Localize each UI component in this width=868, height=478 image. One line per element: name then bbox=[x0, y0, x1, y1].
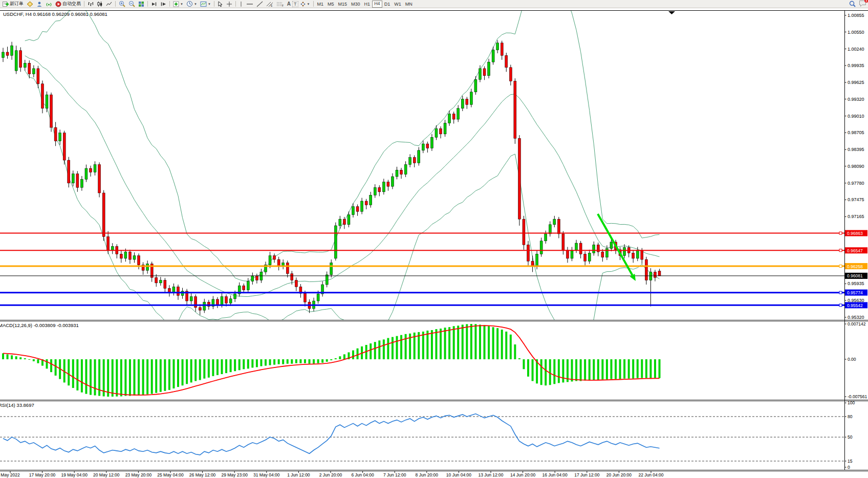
time-tick-label: 14 Jun 20:00 bbox=[510, 472, 535, 477]
time-tick-label: 10 Jun 04:00 bbox=[446, 472, 471, 477]
vertical-line-button[interactable] bbox=[237, 1, 245, 7]
tf-m5[interactable]: M5 bbox=[326, 1, 336, 7]
macd-indicator-label: MACD(12,26,9) -0.003809 -0.003931 bbox=[0, 322, 79, 328]
time-axis[interactable]: May 202217 May 20:0019 May 04:0020 May 1… bbox=[1, 471, 664, 478]
channel-button[interactable]: E bbox=[265, 1, 275, 7]
tf-d1[interactable]: D1 bbox=[382, 1, 393, 7]
chart-shift-marker[interactable] bbox=[668, 11, 675, 14]
price-tick-label: 0.99625 bbox=[848, 80, 864, 85]
fibonacci-button[interactable]: F bbox=[275, 1, 286, 7]
trendline-button[interactable] bbox=[255, 1, 265, 7]
autotrading-button[interactable]: 自动交易 bbox=[54, 1, 82, 7]
horizontal-line-icon bbox=[246, 1, 253, 7]
hline-handle[interactable] bbox=[839, 249, 842, 252]
toolbar-separator bbox=[115, 1, 116, 7]
price-tick-label: 0.98090 bbox=[848, 164, 864, 169]
rsi-pane[interactable] bbox=[0, 414, 844, 461]
price-pane[interactable] bbox=[0, 0, 844, 354]
text-label-button[interactable]: T bbox=[292, 1, 298, 7]
zoom-in-button[interactable] bbox=[117, 1, 127, 7]
candlestick-chart-button[interactable] bbox=[95, 1, 104, 7]
time-tick-label: 29 May 23:00 bbox=[221, 472, 248, 477]
svg-text:F: F bbox=[282, 4, 284, 7]
time-tick-label: 2 Jun 20:00 bbox=[319, 472, 342, 477]
cursor-button[interactable] bbox=[216, 1, 225, 7]
tf-w1[interactable]: W1 bbox=[392, 1, 403, 7]
text-button[interactable]: A bbox=[286, 1, 292, 7]
tf-m15[interactable]: M15 bbox=[336, 1, 350, 7]
horizontal-line-button[interactable] bbox=[245, 1, 255, 7]
chevron-down-icon: ▼ bbox=[180, 3, 183, 6]
vertical-line-icon bbox=[239, 1, 243, 7]
tf-mn[interactable]: MN bbox=[403, 1, 415, 7]
time-tick-label: 17 May 20:00 bbox=[29, 472, 56, 477]
tf-m30[interactable]: M30 bbox=[349, 1, 362, 7]
horizontal-lines[interactable] bbox=[0, 232, 844, 307]
time-tick-label: 17 Jun 12:00 bbox=[574, 472, 599, 477]
chat-button[interactable]: 1 bbox=[859, 0, 866, 9]
line-chart-button[interactable] bbox=[104, 1, 114, 7]
hline-handle[interactable] bbox=[839, 304, 842, 307]
chart-shift-button[interactable] bbox=[159, 1, 168, 7]
price-axis[interactable]: 0.968630.965470.962580.960810.957740.955… bbox=[845, 13, 868, 470]
time-tick-label: 20 Jun 20:00 bbox=[606, 472, 632, 477]
new-order-button[interactable]: 新订单 bbox=[1, 1, 25, 7]
rsi-axis-label: 50 bbox=[848, 434, 853, 440]
rsi-axis-label: 0 bbox=[848, 465, 850, 470]
chevron-down-icon: ▼ bbox=[307, 3, 310, 6]
metaeditor-button[interactable] bbox=[25, 1, 35, 7]
toolbar-separator bbox=[313, 1, 314, 7]
equidistant-channel-icon: E bbox=[266, 1, 273, 7]
toolbar-separator bbox=[169, 1, 170, 7]
metatrader-window: 新订单 自动交易 bbox=[0, 0, 868, 478]
zoom-out-button[interactable] bbox=[127, 1, 137, 7]
notification-badge: 1 bbox=[864, 0, 868, 3]
macd-pane[interactable] bbox=[2, 324, 661, 397]
metaeditor-icon bbox=[27, 1, 33, 7]
zoom-in-icon bbox=[119, 1, 125, 7]
pane-borders bbox=[0, 10, 868, 471]
time-tick-label: May 2022 bbox=[1, 472, 20, 477]
price-tag-label: 0.96258 bbox=[847, 264, 863, 269]
price-tick-label: 0.98705 bbox=[848, 130, 864, 135]
price-tick-label: 0.95630 bbox=[848, 298, 864, 303]
signals-button[interactable] bbox=[44, 1, 54, 7]
hline-handle[interactable] bbox=[839, 265, 842, 268]
chart-canvas[interactable]: 0.968630.965470.962580.960810.957740.955… bbox=[0, 0, 868, 478]
hline-handle[interactable] bbox=[839, 291, 842, 294]
chart-shift-icon bbox=[160, 1, 166, 7]
arrows-icon bbox=[300, 1, 306, 7]
toolbar-separator bbox=[147, 1, 148, 7]
community-icon bbox=[36, 1, 42, 7]
tf-h4[interactable]: H4 bbox=[372, 1, 382, 8]
time-tick-label: 6 Jun 04:00 bbox=[351, 472, 374, 477]
tf-h1[interactable]: H1 bbox=[362, 1, 373, 7]
tile-windows-button[interactable] bbox=[137, 1, 146, 7]
svg-text:E: E bbox=[271, 4, 273, 7]
hline-handle[interactable] bbox=[839, 232, 842, 234]
periods-button[interactable]: ▼ bbox=[185, 1, 199, 7]
bar-chart-button[interactable] bbox=[86, 1, 95, 7]
rsi-axis-label: 15 bbox=[848, 459, 853, 464]
price-tick-label: 0.95935 bbox=[848, 281, 864, 286]
community-button[interactable] bbox=[35, 1, 44, 7]
time-tick-label: 13 Jun 12:00 bbox=[478, 472, 503, 477]
price-tag-label: 0.96863 bbox=[847, 231, 863, 236]
tf-m1[interactable]: M1 bbox=[315, 1, 326, 7]
periods-clock-icon bbox=[186, 1, 193, 7]
search-icon[interactable] bbox=[849, 1, 856, 7]
crosshair-button[interactable] bbox=[225, 1, 234, 7]
macd-axis-label: 0.007142 bbox=[848, 321, 866, 327]
price-tick-label: 0.95320 bbox=[848, 315, 864, 320]
crosshair-icon bbox=[226, 1, 232, 7]
time-tick-label: 23 May 20:00 bbox=[125, 472, 152, 477]
time-tick-label: 7 Jun 12:00 bbox=[383, 472, 406, 477]
templates-icon bbox=[200, 1, 207, 7]
time-tick-label: 20 May 12:00 bbox=[93, 472, 120, 477]
templates-button[interactable]: ▼ bbox=[199, 1, 212, 7]
toolbar-separator bbox=[235, 1, 236, 7]
auto-scroll-button[interactable] bbox=[149, 1, 159, 7]
indicators-button[interactable]: ▼ bbox=[171, 1, 185, 7]
arrows-button[interactable]: ▼ bbox=[298, 1, 312, 7]
chevron-down-icon: ▼ bbox=[194, 3, 197, 6]
